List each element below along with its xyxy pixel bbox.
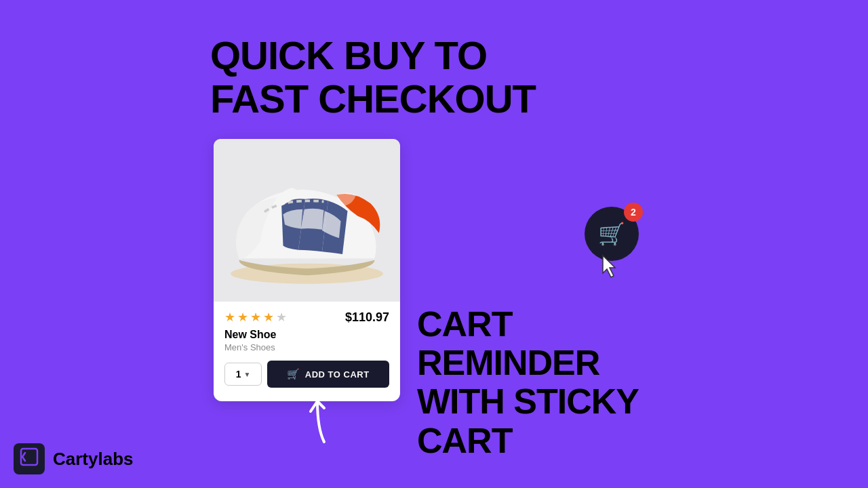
right-line1: CART REMINDER: [417, 305, 675, 382]
cart-icon: 🛒: [287, 368, 300, 380]
cursor-arrow-indicator: [300, 394, 334, 449]
logo-letter: [20, 447, 39, 470]
logo-icon: [14, 443, 45, 474]
cursor-near-cart: [600, 254, 620, 281]
svg-rect-1: [21, 449, 37, 465]
quantity-selector[interactable]: 1 ▼: [224, 363, 262, 386]
right-section-text: CART REMINDER WITH STICKY CART: [417, 305, 675, 460]
add-to-cart-row: 1 ▼ 🛒 ADD TO CART: [214, 361, 400, 388]
right-line2: WITH STICKY: [417, 382, 675, 421]
product-card: ★ ★ ★ ★ ★ $110.97 New Shoe Men's Shoes 1…: [214, 139, 400, 401]
product-name: New Shoe: [224, 329, 389, 341]
star-1: ★: [224, 310, 235, 325]
main-heading: QUICK BUY TO FAST CHECKOUT: [210, 34, 536, 121]
star-4: ★: [263, 310, 274, 325]
cart-badge: 2: [624, 203, 643, 222]
right-line3: CART: [417, 422, 675, 460]
product-category: Men's Shoes: [224, 342, 389, 352]
add-to-cart-button[interactable]: 🛒 ADD TO CART: [267, 361, 389, 388]
product-price: $110.97: [345, 310, 389, 325]
star-rating: ★ ★ ★ ★ ★: [224, 310, 287, 325]
heading-line2: FAST CHECKOUT: [210, 77, 536, 121]
shoe-svg: [214, 139, 400, 302]
add-to-cart-label: ADD TO CART: [305, 369, 370, 380]
star-5: ★: [276, 310, 287, 325]
star-2: ★: [237, 310, 248, 325]
quantity-value: 1: [236, 369, 241, 380]
rating-row: ★ ★ ★ ★ ★ $110.97: [224, 310, 389, 325]
cart-large-icon: 🛒: [598, 221, 625, 247]
heading-line1: QUICK BUY TO: [210, 34, 536, 77]
quantity-arrow-icon: ▼: [243, 371, 250, 378]
product-info: ★ ★ ★ ★ ★ $110.97 New Shoe Men's Shoes: [214, 302, 400, 352]
star-3: ★: [250, 310, 261, 325]
logo-area: Cartylabs: [14, 443, 134, 474]
product-image: [214, 139, 400, 302]
logo-text: Cartylabs: [53, 449, 134, 470]
sticky-cart-button[interactable]: 2 🛒: [585, 207, 639, 261]
